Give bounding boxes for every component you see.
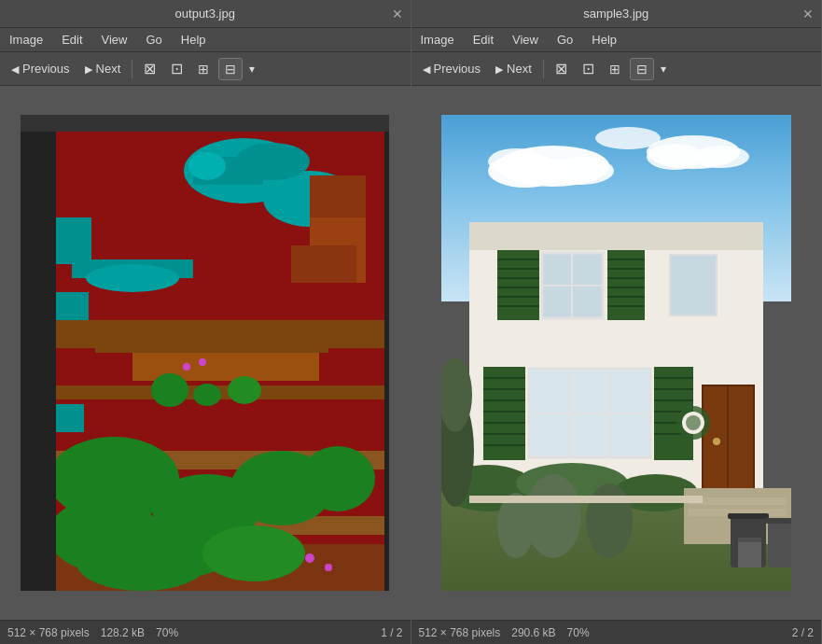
right-window: sample3.jpg ✕ Image Edit View Go Help Pr… [411,0,823,644]
left-window-title: output3.jpg [175,7,235,21]
right-house-image [441,115,791,591]
left-zoom-original-button[interactable]: ⊞ [192,59,215,79]
right-zoom-original-button[interactable]: ⊞ [604,59,626,79]
svg-rect-10 [56,404,84,432]
svg-rect-38 [291,245,356,283]
left-next-arrow-icon [85,62,92,76]
left-next-button[interactable]: Next [79,59,127,78]
svg-rect-114 [738,539,761,567]
left-image-area [0,86,411,620]
svg-point-31 [199,358,206,366]
right-zoom: 70% [567,626,590,639]
left-toolbar-sep1 [132,60,132,78]
left-menu-view[interactable]: View [98,31,132,49]
svg-rect-112 [728,513,769,519]
left-status-bar: 512 × 768 pixels 128.2 kB 70% 1 / 2 [0,620,411,644]
left-view-mode-button[interactable]: ⊟ [218,58,243,80]
svg-rect-116 [469,496,703,503]
right-title-bar: sample3.jpg ✕ [411,0,822,28]
right-toolbar-dropdown[interactable]: ▾ [658,60,669,78]
svg-rect-39 [310,175,366,217]
left-menu-help[interactable]: Help [177,31,210,49]
svg-rect-12 [56,385,389,399]
svg-point-28 [193,384,221,406]
left-menu-edit[interactable]: Edit [58,31,86,49]
svg-point-27 [151,373,188,407]
right-next-arrow-icon [495,62,503,76]
right-toolbar-sep1 [543,60,544,78]
left-status-info: 512 × 768 pixels 128.2 kB 70% [7,626,178,639]
right-prev-label: Previous [434,62,481,76]
left-next-label: Next [96,62,121,76]
left-prev-label: Previous [22,62,70,76]
svg-point-25 [77,535,207,591]
right-menu-bar: Image Edit View Go Help [411,28,822,52]
right-status-bar: 512 × 768 pixels 290.6 kB 70% 2 / 2 [411,620,822,644]
left-image-canvas [21,115,389,591]
right-status-info: 512 × 768 pixels 290.6 kB 70% [419,626,590,639]
left-fit-width-button[interactable]: ⊠ [138,57,161,80]
svg-point-105 [586,483,633,558]
svg-point-44 [488,148,544,175]
right-menu-image[interactable]: Image [417,31,458,49]
right-dimensions: 512 × 768 pixels [419,626,501,639]
left-toolbar: Previous Next ⊠ ⊡ ⊞ ⊟ ▾ [0,52,411,86]
svg-rect-36 [21,115,389,132]
right-prev-button[interactable]: Previous [417,59,487,78]
svg-point-30 [183,363,190,371]
right-prev-arrow-icon [423,62,430,76]
right-toolbar: Previous Next ⊠ ⊡ ⊞ ⊟ ▾ [411,52,822,86]
right-menu-edit[interactable]: Edit [469,31,497,49]
svg-rect-108 [689,497,787,505]
left-prev-button[interactable]: Previous [6,59,76,78]
svg-point-5 [188,152,226,180]
svg-point-48 [595,127,661,149]
svg-point-7 [86,264,179,292]
right-page-number: 2 / 2 [792,626,814,639]
svg-rect-51 [497,250,539,320]
svg-rect-115 [738,538,761,542]
left-filesize: 128.2 kB [101,626,145,639]
right-menu-go[interactable]: Go [553,31,577,49]
svg-rect-71 [483,367,525,460]
right-fit-page-button[interactable]: ⊡ [577,57,600,80]
left-menu-bar: Image Edit View Go Help [0,28,411,52]
right-view-mode-icon: ⊟ [636,62,648,77]
left-fit-page-button[interactable]: ⊡ [165,57,188,80]
right-image-canvas [441,115,791,591]
svg-point-43 [549,157,614,185]
left-close-button[interactable]: ✕ [392,7,403,21]
left-dimensions: 512 × 768 pixels [7,626,90,639]
right-next-label: Next [507,62,532,76]
svg-rect-69 [670,255,717,315]
left-segmentation-image [21,115,389,591]
left-page-number: 1 / 2 [381,626,402,639]
left-zoom-original-icon: ⊞ [198,62,209,77]
svg-rect-113 [765,518,791,524]
left-window: output3.jpg ✕ Image Edit View Go Help Pr… [0,0,411,644]
right-close-button[interactable]: ✕ [802,7,814,21]
right-view-mode-button[interactable]: ⊟ [630,58,654,80]
right-menu-view[interactable]: View [509,31,542,49]
svg-point-94 [713,438,720,445]
svg-point-29 [228,376,261,404]
left-fit-width-icon: ⊠ [144,60,156,77]
svg-rect-8 [56,217,91,264]
svg-rect-35 [384,115,389,591]
right-window-title: sample3.jpg [583,7,648,21]
left-menu-image[interactable]: Image [6,31,47,49]
left-menu-go[interactable]: Go [143,31,166,49]
left-prev-arrow-icon [11,62,19,76]
left-title-bar: output3.jpg ✕ [0,0,411,28]
right-menu-help[interactable]: Help [588,31,620,49]
right-zoom-original-icon: ⊞ [609,62,620,77]
right-next-button[interactable]: Next [490,59,537,78]
right-fit-width-button[interactable]: ⊠ [550,57,573,80]
svg-rect-62 [607,250,645,320]
left-toolbar-dropdown[interactable]: ▾ [246,60,258,78]
svg-point-32 [305,553,314,563]
svg-rect-34 [21,115,56,591]
left-view-mode-icon: ⊟ [225,62,236,77]
svg-rect-18 [95,343,328,353]
right-fit-page-icon: ⊡ [582,60,594,77]
